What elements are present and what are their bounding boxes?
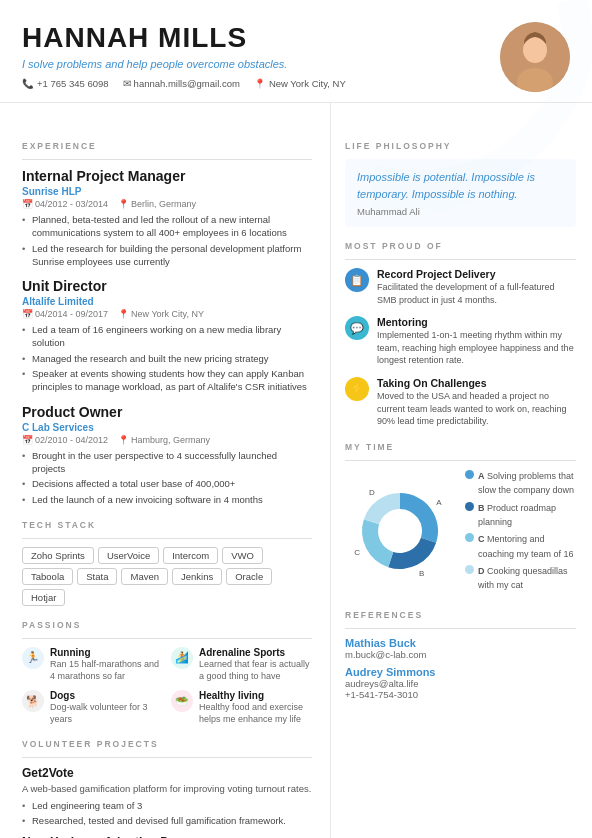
legend-item: C Mentoring and coaching my team of 16 — [465, 532, 576, 561]
job-meta-1: 📅 04/2014 - 09/2017 📍 New York City, NY — [22, 309, 312, 319]
job-title-0: Internal Project Manager — [22, 168, 312, 184]
passion-text: Adrenaline Sports Learned that fear is a… — [199, 647, 312, 682]
passion-icon: 🐕 — [22, 690, 44, 712]
email-contact: ✉ hannah.mills@gmail.com — [123, 78, 240, 89]
passion-icon: 🥗 — [171, 690, 193, 712]
proud-text: Taking On Challenges Moved to the USA an… — [377, 377, 576, 428]
resume-page: HANNAH MILLS I solve problems and help p… — [0, 0, 592, 838]
passion-item: 🏃 Running Ran 15 half-marathons and 4 ma… — [22, 647, 163, 682]
reference-item: Audrey Simmons audreys@alta.life+1-541-7… — [345, 666, 576, 700]
passion-icon: 🏃 — [22, 647, 44, 669]
tech-tag: Oracle — [226, 568, 272, 585]
header-text-block: HANNAH MILLS I solve problems and help p… — [22, 22, 500, 89]
calendar-icon-2: 📅 — [22, 435, 33, 445]
vol-bullets: Led engineering team of 3Researched, tes… — [22, 799, 312, 828]
ref-name: Audrey Simmons — [345, 666, 576, 678]
tech-tag: Maven — [121, 568, 168, 585]
avatar — [500, 22, 570, 92]
bullet-2-2: Led the launch of a new invoicing softwa… — [22, 493, 312, 506]
location-icon: 📍 — [254, 78, 266, 89]
tech-tags-container: Zoho SprintsUserVoiceIntercomVWOTaboolaS… — [22, 547, 312, 606]
my-time-section: MY TIME ABCD A Solving problems that slo… — [345, 442, 576, 596]
bullet-1-1: Managed the research and built the new p… — [22, 352, 312, 365]
volunteer-project: Get2Vote A web-based gamification platfo… — [22, 766, 312, 827]
tech-tag: UserVoice — [98, 547, 159, 564]
resume-header: HANNAH MILLS I solve problems and help p… — [0, 0, 592, 103]
bullet-2-1: Decisions affected a total user base of … — [22, 477, 312, 490]
vol-title: Get2Vote — [22, 766, 312, 780]
proud-item: 📋 Record Project Delivery Facilitated th… — [345, 268, 576, 306]
phone-icon: 📞 — [22, 78, 34, 89]
passion-text: Healthy living Healthy food and exercise… — [199, 690, 312, 725]
job-title-1: Unit Director — [22, 278, 312, 294]
ref-contact: m.buck@c-lab.com — [345, 649, 576, 660]
phone-contact: 📞 +1 765 345 6098 — [22, 78, 109, 89]
passion-item: 🐕 Dogs Dog-walk volunteer for 3 years — [22, 690, 163, 725]
most-proud-section: MOST PROUD OF 📋 Record Project Delivery … — [345, 241, 576, 428]
proud-icon: 📋 — [345, 268, 369, 292]
passion-desc: Dog-walk volunteer for 3 years — [50, 701, 163, 725]
job-meta-0: 📅 04/2012 - 03/2014 📍 Berlin, Germany — [22, 199, 312, 209]
passion-text: Running Ran 15 half-marathons and 4 mara… — [50, 647, 163, 682]
passion-desc: Healthy food and exercise helps me enhan… — [199, 701, 312, 725]
right-column: LIFE PHILOSOPHY Impossible is potential.… — [330, 103, 592, 838]
bullet-1-2: Speaker at events showing students how t… — [22, 367, 312, 394]
job-dates-0: 📅 04/2012 - 03/2014 — [22, 199, 108, 209]
experience-label: EXPERIENCE — [22, 141, 312, 151]
left-column: EXPERIENCE Internal Project Manager Sunr… — [0, 103, 330, 838]
legend-dot — [465, 502, 474, 511]
passion-title: Running — [50, 647, 163, 658]
email-icon: ✉ — [123, 78, 131, 89]
tech-tag: Taboola — [22, 568, 73, 585]
tech-stack-section: TECH STACK Zoho SprintsUserVoiceIntercom… — [22, 520, 312, 606]
passion-desc: Ran 15 half-marathons and 4 marathons so… — [50, 658, 163, 682]
main-content: EXPERIENCE Internal Project Manager Sunr… — [0, 103, 592, 838]
vol-bullet: Led engineering team of 3 — [22, 799, 312, 812]
most-proud-label: MOST PROUD OF — [345, 241, 576, 251]
legend-label: D Cooking quesadillas with my cat — [478, 564, 576, 593]
life-philosophy-box: Impossible is potential. Impossible is t… — [345, 159, 576, 227]
job-block-2: Product Owner C Lab Services 📅 02/2010 -… — [22, 404, 312, 506]
job-dates-2: 📅 02/2010 - 04/2012 — [22, 435, 108, 445]
job-bullets-1: Led a team of 16 engineers working on a … — [22, 323, 312, 393]
my-time-label: MY TIME — [345, 442, 576, 452]
passion-item: 🏄 Adrenaline Sports Learned that fear is… — [171, 647, 312, 682]
job-block-0: Internal Project Manager Sunrise HLP 📅 0… — [22, 168, 312, 268]
proud-desc: Facilitated the development of a full-fe… — [377, 281, 576, 306]
volunteer-section: VOLUNTEER PROJECTS Get2Vote A web-based … — [22, 739, 312, 838]
life-philosophy-label: LIFE PHILOSOPHY — [345, 141, 576, 151]
job-bullets-0: Planned, beta-tested and led the rollout… — [22, 213, 312, 268]
job-company-0: Sunrise HLP — [22, 186, 312, 197]
job-company-2: C Lab Services — [22, 422, 312, 433]
passion-title: Healthy living — [199, 690, 312, 701]
volunteer-label: VOLUNTEER PROJECTS — [22, 739, 312, 749]
passion-title: Dogs — [50, 690, 163, 701]
job-dates-1: 📅 04/2014 - 09/2017 — [22, 309, 108, 319]
loc-icon-1: 📍 — [118, 309, 129, 319]
time-legend: A Solving problems that slow the company… — [465, 469, 576, 596]
proud-icon: 💬 — [345, 316, 369, 340]
legend-label: A Solving problems that slow the company… — [478, 469, 576, 498]
passion-icon: 🏄 — [171, 647, 193, 669]
tech-tag: Zoho Sprints — [22, 547, 94, 564]
ref-contact: audreys@alta.life+1-541-754-3010 — [345, 678, 576, 700]
donut-wrap: ABCD A Solving problems that slow the co… — [345, 469, 576, 596]
tech-tag: Jenkins — [172, 568, 222, 585]
job-location-0: 📍 Berlin, Germany — [118, 199, 196, 209]
svg-text:C: C — [354, 549, 360, 558]
legend-item: A Solving problems that slow the company… — [465, 469, 576, 498]
location-contact: 📍 New York City, NY — [254, 78, 346, 89]
passions-grid: 🏃 Running Ran 15 half-marathons and 4 ma… — [22, 647, 312, 726]
calendar-icon-1: 📅 — [22, 309, 33, 319]
proud-icon: ⚡ — [345, 377, 369, 401]
references-label: REFERENCES — [345, 610, 576, 620]
job-bullets-2: Brought in the user perspective to 4 suc… — [22, 449, 312, 506]
life-philosophy-section: LIFE PHILOSOPHY Impossible is potential.… — [345, 141, 576, 227]
proud-title: Record Project Delivery — [377, 268, 576, 280]
contact-row: 📞 +1 765 345 6098 ✉ hannah.mills@gmail.c… — [22, 78, 500, 89]
candidate-tagline: I solve problems and help people overcom… — [22, 58, 500, 70]
legend-dot — [465, 533, 474, 542]
ref-name: Mathias Buck — [345, 637, 576, 649]
donut-chart: ABCD — [345, 476, 455, 588]
proud-desc: Implemented 1-on-1 meeting rhythm within… — [377, 329, 576, 367]
